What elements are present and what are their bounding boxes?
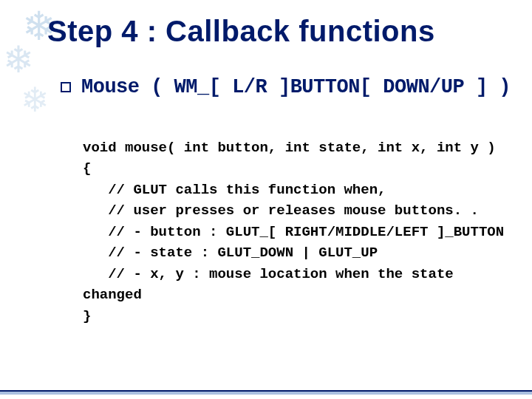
- subheading-text: Mouse ( WM_[ L/R ]BUTTON[ DOWN/UP ] ): [81, 76, 511, 98]
- code-line: // user presses or releases mouse button…: [83, 202, 479, 219]
- code-line: // - state : GLUT_DOWN | GLUT_UP: [83, 245, 378, 261]
- code-line: changed: [83, 287, 142, 303]
- square-bullet-icon: [61, 82, 71, 92]
- code-line: void mouse( int button, int state, int x…: [83, 140, 496, 156]
- slide-title: Step 4 : Callback functions: [47, 15, 517, 48]
- code-line: // - x, y : mouse location when the stat…: [83, 266, 454, 282]
- footer-rule: [0, 390, 532, 395]
- snowflake-icon: ❄: [3, 41, 34, 78]
- decorative-sidebar: ❄ ❄ ❄: [0, 0, 53, 399]
- snowflake-icon: ❄: [21, 83, 50, 117]
- code-line: }: [83, 308, 91, 324]
- code-line: // - button : GLUT_[ RIGHT/MIDDLE/LEFT ]…: [83, 224, 504, 240]
- bullet-row: Mouse ( WM_[ L/R ]BUTTON[ DOWN/UP ] ): [61, 76, 517, 98]
- code-line: // GLUT calls this function when,: [83, 182, 386, 198]
- code-line: {: [83, 160, 91, 177]
- code-block: void mouse( int button, int state, int x…: [83, 116, 517, 348]
- slide-content: Step 4 : Callback functions Mouse ( WM_[…: [47, 15, 517, 348]
